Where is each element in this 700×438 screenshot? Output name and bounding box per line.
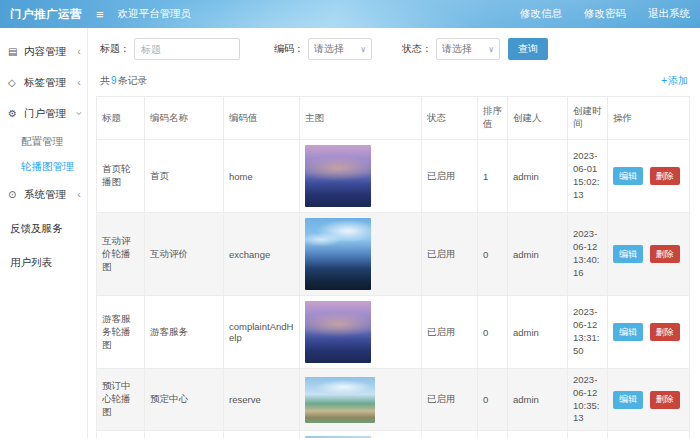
table-row: 首页轮播图 首页 home 已启用 1 admin 2023-06-01 15:… (97, 140, 690, 213)
column-header: 操作 (608, 97, 690, 140)
cell-title: 预订中心轮播图 (97, 369, 145, 431)
sidebar-item-feedback[interactable]: 反馈及服务 (0, 213, 87, 244)
change-password-link[interactable]: 修改密码 (584, 7, 626, 21)
record-count: 9 (110, 75, 118, 86)
column-header: 排序值 (478, 97, 508, 140)
sidebar-item-label: 用户列表 (10, 256, 52, 270)
sunset-pier-photo (305, 145, 371, 207)
delete-button[interactable]: 删除 (650, 323, 680, 341)
cell-actions: 编辑 删除 (608, 431, 690, 438)
edit-info-link[interactable]: 修改信息 (520, 7, 562, 21)
cell-status: 已启用 (422, 296, 478, 369)
beach-palms-photo (305, 377, 375, 423)
cell-main-image (300, 140, 422, 213)
sidebar-item-label: 内容管理 (24, 45, 66, 59)
table-row: 游客服务轮播图 游客服务 complaintAndHelp 已启用 0 admi… (97, 296, 690, 369)
chevron-left-icon: ‹ (77, 77, 81, 88)
sidebar-item-content-mgmt[interactable]: ▤ 内容管理 ‹ (0, 36, 87, 67)
cell-status: 已启用 (422, 431, 478, 438)
cell-code-value: reserve (224, 369, 300, 431)
search-button[interactable]: 查询 (508, 38, 548, 60)
sidebar-item-tag-mgmt[interactable]: ◇ 标签管理 ‹ (0, 67, 87, 98)
column-header: 标题 (97, 97, 145, 140)
column-header: 创建人 (508, 97, 568, 140)
cell-code-name: 目的地名片 (145, 431, 224, 438)
cell-code-value: traffic (224, 431, 300, 438)
cell-code-name: 互动评价 (145, 213, 224, 296)
chevron-left-icon: ‹ (77, 46, 81, 57)
column-header: 主图 (300, 97, 422, 140)
carousel-table: 标题编码名称编码值主图状态排序值创建人创建时间操作 首页轮播图 首页 home … (96, 96, 690, 438)
cell-main-image (300, 213, 422, 296)
logout-link[interactable]: 退出系统 (648, 7, 690, 21)
cell-created-time: 2023-06-12 10:35:13 (568, 369, 608, 431)
status-filter-label: 状态： (402, 42, 432, 56)
cell-code-name: 预定中心 (145, 369, 224, 431)
delete-button[interactable]: 删除 (650, 245, 680, 263)
title-filter-input[interactable] (134, 38, 240, 60)
code-filter-select[interactable]: 请选择 ∨ (308, 38, 372, 60)
cell-status: 已启用 (422, 140, 478, 213)
top-bar: 门户推广运营 ≡ 欢迎平台管理员 修改信息 修改密码 退出系统 (0, 0, 700, 28)
sidebar-item-label: 系统管理 (24, 188, 66, 202)
title-filter-label: 标题： (100, 42, 130, 56)
sea-rocks-photo (305, 218, 371, 290)
status-select-value: 请选择 (442, 42, 472, 56)
sidebar-item-label: 门户管理 (24, 107, 66, 121)
sidebar: ▤ 内容管理 ‹ ◇ 标签管理 ‹ ⚙ 门户管理 ‹ 配置管理 轮播图管理 ⊙ … (0, 28, 88, 438)
sidebar-subitem-label: 配置管理 (21, 135, 63, 149)
sidebar-item-label: 标签管理 (24, 76, 66, 90)
cell-title: 互动评价轮播图 (97, 213, 145, 296)
edit-button[interactable]: 编辑 (613, 245, 643, 263)
sidebar-item-carousel-mgmt[interactable]: 轮播图管理 (0, 154, 87, 179)
cell-creator: admin (508, 296, 568, 369)
cell-actions: 编辑 删除 (608, 213, 690, 296)
sidebar-item-config-mgmt[interactable]: 配置管理 (0, 129, 87, 154)
cell-sort-value: 0 (478, 213, 508, 296)
delete-button[interactable]: 删除 (650, 167, 680, 185)
sidebar-item-portal-mgmt[interactable]: ⚙ 门户管理 ‹ (0, 98, 87, 129)
code-select-value: 请选择 (314, 42, 344, 56)
cell-code-value: complaintAndHelp (224, 296, 300, 369)
edit-button[interactable]: 编辑 (613, 167, 643, 185)
add-button[interactable]: +添加 (661, 74, 688, 88)
edit-button[interactable]: 编辑 (613, 391, 643, 409)
edit-button[interactable]: 编辑 (613, 323, 643, 341)
cell-main-image (300, 369, 422, 431)
cell-status: 已启用 (422, 213, 478, 296)
cell-actions: 编辑 删除 (608, 369, 690, 431)
delete-button[interactable]: 删除 (650, 391, 680, 409)
cell-created-time: 2023-06-12 (568, 431, 608, 438)
column-header: 编码值 (224, 97, 300, 140)
cell-main-image (300, 296, 422, 369)
hamburger-icon[interactable]: ≡ (96, 7, 104, 22)
main-content: 标题： 编码： 请选择 ∨ 状态： 请选择 ∨ 查询 共9条记录 +添加 标题编… (88, 28, 700, 438)
chevron-left-icon: ‹ (77, 189, 81, 200)
record-count-text: 共9条记录 (100, 74, 148, 88)
cell-created-time: 2023-06-01 15:02:13 (568, 140, 608, 213)
cell-title: 旅游路线轮播图 (97, 431, 145, 438)
column-header: 创建时间 (568, 97, 608, 140)
cell-code-name: 首页 (145, 140, 224, 213)
chevron-down-icon: ‹ (74, 112, 85, 116)
sunset-pier-photo (305, 301, 371, 363)
cell-code-value: home (224, 140, 300, 213)
system-icon: ⊙ (8, 189, 21, 200)
table-row: 互动评价轮播图 互动评价 exchange 已启用 0 admin 2023-0… (97, 213, 690, 296)
cell-actions: 编辑 删除 (608, 296, 690, 369)
tag-icon: ◇ (8, 77, 21, 88)
cell-creator: admin (508, 140, 568, 213)
filter-bar: 标题： 编码： 请选择 ∨ 状态： 请选择 ∨ 查询 (88, 28, 700, 68)
sidebar-item-user-list[interactable]: 用户列表 (0, 247, 87, 278)
gear-icon: ⚙ (8, 108, 21, 119)
column-header: 编码名称 (145, 97, 224, 140)
status-filter-select[interactable]: 请选择 ∨ (436, 38, 500, 60)
cell-status: 已启用 (422, 369, 478, 431)
plus-icon: + (661, 75, 667, 86)
sidebar-subitem-label: 轮播图管理 (21, 160, 74, 174)
table-header-row: 标题编码名称编码值主图状态排序值创建人创建时间操作 (97, 97, 690, 140)
column-header: 状态 (422, 97, 478, 140)
sidebar-item-system-mgmt[interactable]: ⊙ 系统管理 ‹ (0, 179, 87, 210)
app-title: 门户推广运营 (0, 7, 88, 22)
cell-created-time: 2023-06-12 13:31:50 (568, 296, 608, 369)
